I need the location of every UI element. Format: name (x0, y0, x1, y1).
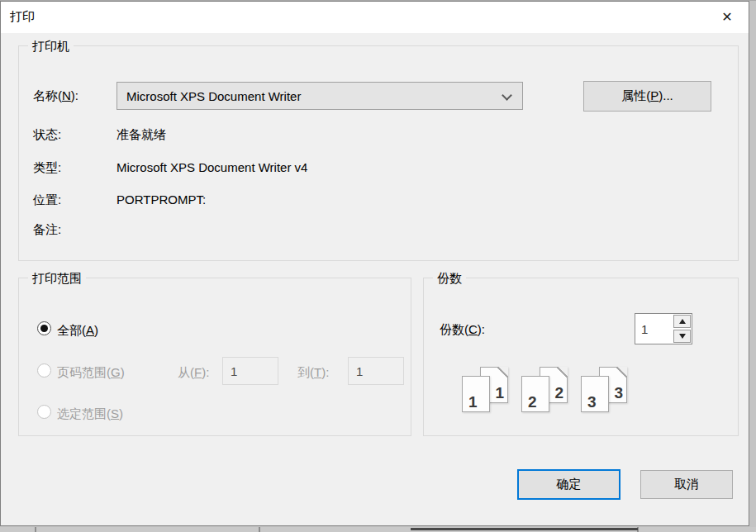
comment-label: 备注: (33, 221, 61, 238)
collate-pages-icon: 1 1 2 2 3 3 (424, 367, 738, 418)
copies-group: 份数 份数(C): 1 1 2 2 3 3 (423, 278, 739, 436)
print-range-group: 打印范围 全部(A) 页码范围(G) 从(F): 到(T): 选定范围(S) (18, 278, 411, 436)
properties-button[interactable]: 属性(P)... (583, 81, 711, 112)
close-button[interactable]: ✕ (707, 2, 747, 32)
page-fold-icon (557, 367, 568, 378)
collate-pair-3: 3 3 (581, 367, 632, 416)
type-label: 类型: (33, 159, 61, 176)
printer-group-label: 打印机 (28, 38, 74, 54)
from-page-input[interactable] (222, 357, 278, 385)
collate-pair-2: 2 2 (521, 367, 573, 416)
page-fold-icon (616, 367, 627, 378)
titlebar: 打印 ✕ (1, 2, 749, 33)
printer-group: 打印机 名称(N): Microsoft XPS Document Writer… (18, 45, 739, 261)
print-range-group-label: 打印范围 (28, 270, 86, 286)
cancel-button[interactable]: 取消 (640, 470, 733, 499)
copies-count-input[interactable] (635, 314, 673, 344)
page-fold-icon (497, 367, 508, 378)
radio-selection[interactable] (37, 405, 51, 419)
status-label: 状态: (33, 126, 61, 143)
to-page-label: 到(T): (297, 364, 329, 381)
location-value: PORTPROMPT: (116, 192, 206, 208)
collate-pair-1: 1 1 (462, 367, 513, 416)
to-page-input[interactable] (348, 357, 404, 385)
radio-page-range[interactable] (37, 363, 51, 378)
radio-all-pages-label: 全部(A) (57, 322, 98, 339)
copies-count-label: 份数(C): (440, 321, 485, 338)
spinner-up-button[interactable] (673, 315, 691, 328)
copies-count-spinner (635, 313, 692, 344)
chevron-down-icon (502, 90, 512, 101)
printer-name-value: Microsoft XPS Document Writer (126, 89, 301, 103)
background-divider (259, 527, 260, 532)
printer-name-label: 名称(N): (33, 88, 78, 104)
spinner-down-button[interactable] (673, 330, 691, 343)
radio-page-range-label: 页码范围(G) (57, 364, 125, 381)
background-divider (35, 527, 36, 532)
location-label: 位置: (33, 192, 61, 208)
status-value: 准备就绪 (116, 126, 166, 143)
radio-selection-label: 选定范围(S) (57, 406, 123, 422)
from-page-label: 从(F): (178, 364, 209, 381)
ok-button[interactable]: 确定 (517, 469, 620, 500)
background-dark-line (411, 528, 638, 530)
arrow-up-icon (679, 319, 686, 324)
printer-name-select[interactable]: Microsoft XPS Document Writer (116, 82, 523, 110)
background-app-bottom-strip (0, 527, 756, 532)
arrow-down-icon (679, 334, 686, 339)
type-value: Microsoft XPS Document Writer v4 (116, 159, 307, 176)
close-icon: ✕ (721, 9, 732, 25)
copies-group-label: 份数 (433, 270, 466, 286)
dialog-title: 打印 (10, 9, 35, 25)
radio-all-pages[interactable] (37, 321, 51, 335)
print-dialog: 打印 ✕ 打印机 名称(N): Microsoft XPS Document W… (0, 1, 749, 526)
